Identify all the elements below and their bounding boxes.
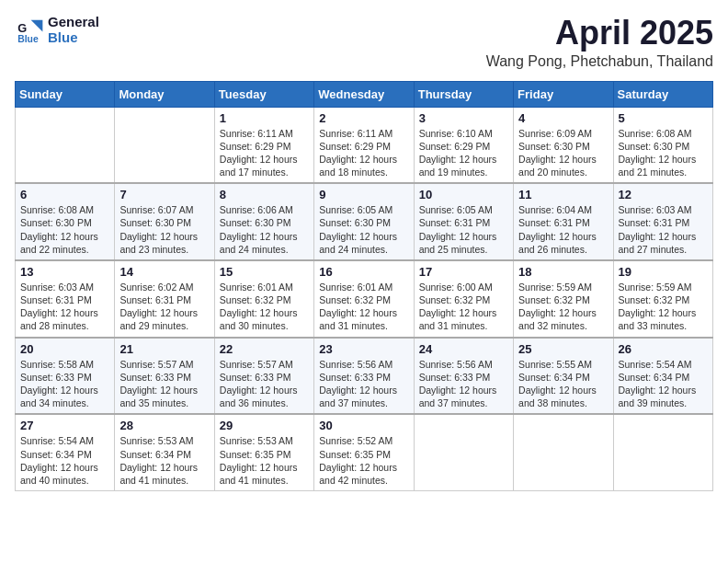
calendar-cell: 25Sunrise: 5:55 AMSunset: 6:34 PMDayligh… [514,338,613,415]
day-number: 9 [319,188,408,201]
calendar-cell: 22Sunrise: 5:57 AMSunset: 6:33 PMDayligh… [214,338,313,415]
day-number: 21 [119,342,209,356]
day-info: Sunrise: 6:11 AMSunset: 6:29 PMDaylight:… [220,127,309,179]
logo-icon: G Blue [15,16,44,45]
calendar-cell: 27Sunrise: 5:54 AMSunset: 6:34 PMDayligh… [16,414,115,490]
day-info: Sunrise: 6:07 AMSunset: 6:30 PMDaylight:… [119,203,209,256]
day-info: Sunrise: 5:56 AMSunset: 6:33 PMDaylight:… [419,358,508,410]
calendar-cell: 29Sunrise: 5:53 AMSunset: 6:35 PMDayligh… [214,414,313,490]
day-number: 19 [619,265,708,279]
calendar-cell: 20Sunrise: 5:58 AMSunset: 6:33 PMDayligh… [16,338,115,415]
day-info: Sunrise: 6:08 AMSunset: 6:30 PMDaylight:… [20,203,109,256]
day-info: Sunrise: 5:53 AMSunset: 6:34 PMDaylight:… [119,434,209,487]
calendar-cell: 24Sunrise: 5:56 AMSunset: 6:33 PMDayligh… [414,338,513,415]
day-info: Sunrise: 6:02 AMSunset: 6:31 PMDaylight:… [119,281,209,333]
calendar-cell: 17Sunrise: 6:00 AMSunset: 6:32 PMDayligh… [414,260,513,338]
day-number: 20 [20,342,109,356]
weekday-header-saturday: Saturday [613,81,712,107]
calendar-cell: 5Sunrise: 6:08 AMSunset: 6:30 PMDaylight… [613,107,712,183]
day-info: Sunrise: 6:03 AMSunset: 6:31 PMDaylight:… [20,281,109,333]
day-number: 28 [119,419,209,432]
day-number: 2 [319,111,408,125]
weekday-header-wednesday: Wednesday [314,81,414,107]
calendar-cell: 19Sunrise: 5:59 AMSunset: 6:32 PMDayligh… [613,260,712,338]
weekday-header-sunday: Sunday [16,81,115,107]
calendar-cell: 6Sunrise: 6:08 AMSunset: 6:30 PMDaylight… [16,183,115,260]
day-info: Sunrise: 6:05 AMSunset: 6:30 PMDaylight:… [319,203,408,256]
day-number: 12 [619,188,708,201]
calendar-cell: 26Sunrise: 5:54 AMSunset: 6:34 PMDayligh… [613,338,712,415]
calendar-cell: 2Sunrise: 6:11 AMSunset: 6:29 PMDaylight… [314,107,414,183]
calendar-cell: 4Sunrise: 6:09 AMSunset: 6:30 PMDaylight… [514,107,613,183]
day-info: Sunrise: 6:09 AMSunset: 6:30 PMDaylight:… [518,127,608,179]
logo-blue-text: Blue [48,30,99,46]
day-number: 13 [20,265,109,279]
day-number: 15 [220,265,309,279]
calendar-cell [613,414,712,490]
calendar-cell: 14Sunrise: 6:02 AMSunset: 6:31 PMDayligh… [115,260,214,338]
day-info: Sunrise: 6:10 AMSunset: 6:29 PMDaylight:… [419,127,508,179]
calendar-header: SundayMondayTuesdayWednesdayThursdayFrid… [16,81,713,107]
weekday-header-thursday: Thursday [414,81,513,107]
calendar-cell: 3Sunrise: 6:10 AMSunset: 6:29 PMDaylight… [414,107,513,183]
calendar-cell: 10Sunrise: 6:05 AMSunset: 6:31 PMDayligh… [414,183,513,260]
calendar-cell [115,107,214,183]
logo: G Blue General Blue [15,15,99,45]
weekday-header-row: SundayMondayTuesdayWednesdayThursdayFrid… [16,81,713,107]
day-info: Sunrise: 6:03 AMSunset: 6:31 PMDaylight:… [619,203,708,256]
calendar-cell [514,414,613,490]
weekday-header-friday: Friday [514,81,613,107]
day-info: Sunrise: 6:11 AMSunset: 6:29 PMDaylight:… [319,127,408,179]
day-info: Sunrise: 5:54 AMSunset: 6:34 PMDaylight:… [619,358,708,410]
weekday-header-tuesday: Tuesday [214,81,313,107]
day-info: Sunrise: 5:54 AMSunset: 6:34 PMDaylight:… [20,434,109,487]
day-info: Sunrise: 5:59 AMSunset: 6:32 PMDaylight:… [619,281,708,333]
calendar-cell: 7Sunrise: 6:07 AMSunset: 6:30 PMDaylight… [115,183,214,260]
calendar-week-row: 1Sunrise: 6:11 AMSunset: 6:29 PMDaylight… [16,107,713,183]
day-number: 1 [220,111,309,125]
day-info: Sunrise: 5:57 AMSunset: 6:33 PMDaylight:… [220,358,309,410]
page-header: G Blue General Blue April 2025 Wang Pong… [15,15,713,70]
day-info: Sunrise: 5:58 AMSunset: 6:33 PMDaylight:… [20,358,109,410]
day-info: Sunrise: 6:05 AMSunset: 6:31 PMDaylight:… [419,203,508,256]
calendar-cell: 28Sunrise: 5:53 AMSunset: 6:34 PMDayligh… [115,414,214,490]
calendar-cell: 18Sunrise: 5:59 AMSunset: 6:32 PMDayligh… [514,260,613,338]
day-number: 16 [319,265,408,279]
calendar-week-row: 27Sunrise: 5:54 AMSunset: 6:34 PMDayligh… [16,414,713,490]
calendar-subtitle: Wang Pong, Phetchabun, Thailand [486,53,713,70]
calendar-body: 1Sunrise: 6:11 AMSunset: 6:29 PMDaylight… [16,107,713,490]
weekday-header-monday: Monday [115,81,214,107]
day-number: 8 [220,188,309,201]
calendar-cell: 11Sunrise: 6:04 AMSunset: 6:31 PMDayligh… [514,183,613,260]
calendar-cell: 1Sunrise: 6:11 AMSunset: 6:29 PMDaylight… [214,107,313,183]
day-number: 23 [319,342,408,356]
day-number: 6 [20,188,109,201]
day-info: Sunrise: 5:52 AMSunset: 6:35 PMDaylight:… [319,434,408,487]
day-number: 18 [518,265,608,279]
day-info: Sunrise: 5:53 AMSunset: 6:35 PMDaylight:… [220,434,309,487]
day-info: Sunrise: 5:57 AMSunset: 6:33 PMDaylight:… [119,358,209,410]
day-number: 30 [319,419,408,432]
calendar-cell: 23Sunrise: 5:56 AMSunset: 6:33 PMDayligh… [314,338,414,415]
day-info: Sunrise: 6:08 AMSunset: 6:30 PMDaylight:… [619,127,708,179]
calendar-cell: 21Sunrise: 5:57 AMSunset: 6:33 PMDayligh… [115,338,214,415]
calendar-cell [16,107,115,183]
day-number: 26 [619,342,708,356]
day-info: Sunrise: 6:06 AMSunset: 6:30 PMDaylight:… [220,203,309,256]
day-info: Sunrise: 5:56 AMSunset: 6:33 PMDaylight:… [319,358,408,410]
day-info: Sunrise: 6:04 AMSunset: 6:31 PMDaylight:… [518,203,608,256]
day-number: 14 [119,265,209,279]
calendar-cell: 8Sunrise: 6:06 AMSunset: 6:30 PMDaylight… [214,183,313,260]
day-info: Sunrise: 5:55 AMSunset: 6:34 PMDaylight:… [518,358,608,410]
day-info: Sunrise: 6:01 AMSunset: 6:32 PMDaylight:… [220,281,309,333]
calendar-title: April 2025 [486,15,713,52]
calendar-cell: 13Sunrise: 6:03 AMSunset: 6:31 PMDayligh… [16,260,115,338]
logo-general-text: General [48,15,99,30]
calendar-table: SundayMondayTuesdayWednesdayThursdayFrid… [15,81,713,491]
day-number: 22 [220,342,309,356]
calendar-cell [414,414,513,490]
day-info: Sunrise: 5:59 AMSunset: 6:32 PMDaylight:… [518,281,608,333]
calendar-cell: 30Sunrise: 5:52 AMSunset: 6:35 PMDayligh… [314,414,414,490]
day-number: 17 [419,265,508,279]
calendar-week-row: 13Sunrise: 6:03 AMSunset: 6:31 PMDayligh… [16,260,713,338]
